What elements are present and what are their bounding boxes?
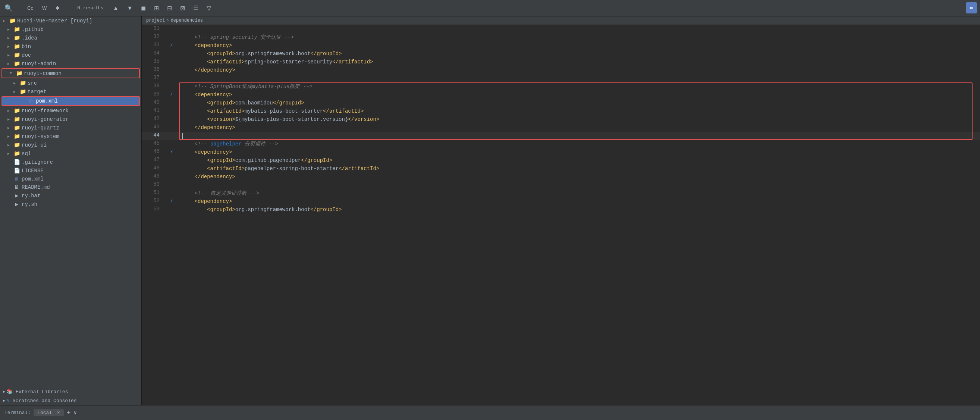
nav-option3-btn[interactable]: ⊠ <box>178 4 187 12</box>
folder-icon: 📁 <box>13 26 20 32</box>
sidebar-item-label: doc <box>22 52 31 58</box>
nav-down-btn[interactable]: ▼ <box>125 4 135 12</box>
table-row: 48 <artifactId>pagehelper-spring-boot-st… <box>142 164 980 173</box>
sidebar-item-label: ruoyi-ui <box>22 142 47 148</box>
folder-icon: 📁 <box>9 18 16 24</box>
sidebar-item-label: bin <box>22 44 31 49</box>
table-row: 38 <!-- SpringBoot集成mybatis-plus框架 --> <box>142 83 980 91</box>
sidebar-item-ruoyi-system[interactable]: ▶ 📁 ruoyi-system <box>0 132 142 141</box>
sidebar-item-github[interactable]: ▶ 📁 .github <box>0 25 142 33</box>
code-line: <groupId>org.springframework.boot</group… <box>179 205 980 214</box>
line-number: 31 <box>142 25 164 33</box>
gutter <box>164 156 179 164</box>
gutter <box>164 107 179 115</box>
sidebar-item-sql[interactable]: ▶ 📁 sql <box>0 149 142 158</box>
external-libraries-section[interactable]: ▶ 📚 External Libraries <box>0 387 142 396</box>
gutter <box>164 181 179 189</box>
terminal-add-btn[interactable]: + <box>67 409 71 417</box>
git-change-icon: ⚡ <box>170 43 173 48</box>
sidebar-item-target[interactable]: ▶ 📁 target <box>0 87 142 96</box>
code-editor[interactable]: 31 32 <!-- spring security 安全认证 --> 33 ⚡ <box>142 25 980 405</box>
sidebar-item-bin[interactable]: ▶ 📁 bin <box>0 42 142 51</box>
sidebar-item-idea[interactable]: ▶ 📁 .idea <box>0 33 142 42</box>
filter-btn[interactable]: ▽ <box>205 4 213 12</box>
sidebar-item-ruoyi-common[interactable]: ▼ 📁 ruoyi-common <box>2 69 139 78</box>
nav-stop-btn[interactable]: ◼ <box>139 4 148 12</box>
scratches-section[interactable]: ▶ ✎ Scratches and Consoles <box>0 396 142 405</box>
sidebar-item-ruoyi-admin[interactable]: ▶ 📁 ruoyi-admin <box>0 59 142 68</box>
arrow-icon: ▶ <box>8 45 12 49</box>
table-row: 35 <artifactId>spring-boot-starter-secur… <box>142 58 980 66</box>
sidebar-item-pom-xml[interactable]: m pom.xml <box>2 97 139 105</box>
arrow-icon: ▶ <box>13 89 18 94</box>
sidebar-item-label: ruoyi-admin <box>22 61 56 67</box>
nav-option2-btn[interactable]: ⊟ <box>165 4 174 12</box>
gutter <box>164 173 179 181</box>
gutter <box>164 83 179 91</box>
gutter <box>164 189 179 197</box>
section-arrow: ▶ <box>3 398 5 403</box>
gutter <box>164 140 179 148</box>
md-icon: 🗎 <box>13 184 20 190</box>
table-row: 40 <groupId>com.baomidou</groupId> <box>142 99 980 107</box>
folder-icon: 📁 <box>13 107 20 114</box>
sidebar-item-ry-sh[interactable]: ▶ ry.sh <box>0 200 142 208</box>
sidebar-item-ruoyi-framework[interactable]: ▶ 📁 ruoyi-framework <box>0 106 142 115</box>
terminal-close-btn[interactable]: × <box>57 410 60 415</box>
sidebar-item-readme[interactable]: 🗎 README.md <box>0 183 142 191</box>
xml-icon: m <box>28 98 34 104</box>
sidebar-item-ruoyi-ui[interactable]: ▶ 📁 ruoyi-ui <box>0 141 142 149</box>
gutter <box>164 58 179 66</box>
gutter <box>164 66 179 74</box>
nav-up-btn[interactable]: ▲ <box>111 4 121 12</box>
breadcrumb: project › dependencies <box>142 16 980 25</box>
code-line: <version>${mybatis-plus-boot-starter.ver… <box>179 115 980 124</box>
code-line <box>179 74 980 83</box>
line-number: 51 <box>142 189 164 197</box>
sidebar-item-pom-root[interactable]: m pom.xml <box>0 175 142 183</box>
regex-btn[interactable]: ✱ <box>53 5 62 11</box>
sidebar-item-src[interactable]: ▶ 📁 src <box>0 79 142 87</box>
line-number: 46 <box>142 148 164 156</box>
sidebar-item-project-root[interactable]: ▶ 📁 RuoYi-Vue-master [ruoyi] <box>0 16 142 25</box>
sidebar-item-gitignore[interactable]: 📄 .gitignore <box>0 158 142 166</box>
folder-icon: 📁 <box>13 60 20 67</box>
code-line: <!-- pagehelper 分页插件 --> <box>179 140 980 148</box>
nav-option4-btn[interactable]: ☰ <box>191 4 200 12</box>
code-line: <artifactId>mybatis-plus-boot-starter</a… <box>179 107 980 115</box>
gutter: ⚡ <box>164 91 179 99</box>
sidebar-item-doc[interactable]: ▶ 📁 doc <box>0 51 142 59</box>
sidebar-item-label: src <box>28 80 37 86</box>
table-row: 47 <groupId>com.github.pagehelper</group… <box>142 156 980 164</box>
arrow-icon: ▶ <box>13 81 18 86</box>
folder-icon: 📁 <box>13 52 20 58</box>
breadcrumb-dependencies: dependencies <box>171 18 203 23</box>
code-line: <!-- 自定义验证注解 --> <box>179 189 980 197</box>
terminal-chevron[interactable]: ∨ <box>73 410 76 416</box>
whole-word-btn[interactable]: W <box>40 5 49 11</box>
line-number: 53 <box>142 205 164 214</box>
case-sensitive-btn[interactable]: Cc <box>25 5 35 11</box>
folder-icon: 📁 <box>13 35 20 41</box>
folder-icon: 📁 <box>13 43 20 49</box>
terminal-tab-label: Local <box>37 410 52 415</box>
search-icon: 🔍 <box>5 4 13 12</box>
gutter <box>164 99 179 107</box>
editor-wrapper: project › dependencies 31 <box>142 16 980 405</box>
gutter <box>164 25 179 33</box>
line-number: 48 <box>142 164 164 173</box>
table-row: 31 <box>142 25 980 33</box>
code-line: <dependency> <box>179 41 980 49</box>
sidebar-item-label: ruoyi-system <box>22 134 59 140</box>
terminal-tab[interactable]: Local × <box>33 409 64 416</box>
sidebar-item-ruoyi-generator[interactable]: ▶ 📁 ruoyi-generator <box>0 115 142 124</box>
sidebar-item-label: RuoYi-Vue-master [ruoyi] <box>17 18 92 24</box>
line-number: 38 <box>142 83 164 91</box>
nav-option1-btn[interactable]: ⊞ <box>152 4 161 12</box>
table-row: 39 ⚡ <dependency> <box>142 91 980 99</box>
line-number: 47 <box>142 156 164 164</box>
sidebar-item-ry-bat[interactable]: ▶ ry.bat <box>0 191 142 200</box>
section-arrow: ▶ <box>3 390 5 394</box>
sidebar-item-ruoyi-quartz[interactable]: ▶ 📁 ruoyi-quartz <box>0 124 142 132</box>
sidebar-item-license[interactable]: 📄 LICENSE <box>0 166 142 175</box>
